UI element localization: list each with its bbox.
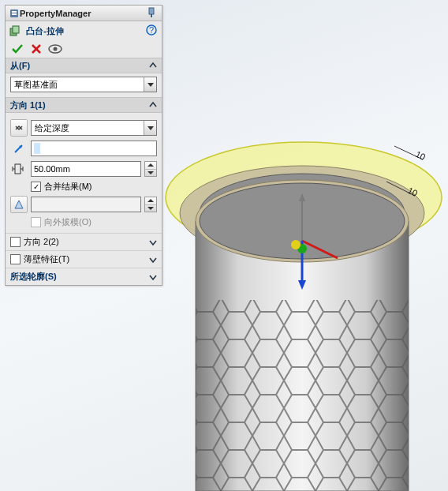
- from-section-header[interactable]: 从(F): [6, 58, 162, 73]
- confirm-row: [6, 40, 162, 58]
- depth-icon: [10, 160, 28, 178]
- spin-down-icon[interactable]: [145, 205, 156, 212]
- start-condition-combo[interactable]: 草图基准面: [10, 77, 157, 92]
- start-condition-value: 草图基准面: [11, 79, 144, 91]
- depth-value: 50.00mm: [34, 164, 70, 174]
- model-preview: 10 10: [158, 118, 448, 491]
- direction1-section-header[interactable]: 方向 1(1): [6, 97, 162, 113]
- direction2-checkbox[interactable]: [10, 237, 21, 247]
- direction-vector-value: [34, 143, 40, 154]
- direction1-title: 方向 1(1): [10, 99, 46, 111]
- svg-point-14: [291, 240, 301, 249]
- chevron-up-icon: [149, 101, 157, 109]
- from-section-body: 草图基准面: [6, 73, 162, 97]
- panel-title: PropertyManager: [20, 9, 146, 18]
- thin-checkbox[interactable]: [10, 254, 21, 264]
- svg-text:?: ?: [149, 25, 154, 35]
- chevron-up-icon: [149, 62, 157, 69]
- pin-icon[interactable]: [146, 7, 159, 20]
- help-icon[interactable]: ?: [146, 24, 159, 37]
- depth-spinner[interactable]: [144, 161, 157, 177]
- draft-angle-input[interactable]: [31, 197, 141, 212]
- direction2-section[interactable]: 方向 2(2): [6, 233, 162, 250]
- draft-button[interactable]: [10, 196, 28, 213]
- svg-marker-37: [15, 201, 23, 208]
- svg-rect-21: [12, 13, 17, 15]
- svg-rect-22: [149, 8, 154, 14]
- svg-rect-34: [15, 164, 21, 174]
- draft-outward-row: 向外拔模(O): [10, 216, 157, 228]
- property-manager-panel: PropertyManager 凸台-拉伸 ? 从(F): [5, 5, 162, 286]
- direction1-section-body: 给定深度 50.00mm: [6, 113, 162, 233]
- merge-checkbox[interactable]: [31, 182, 41, 192]
- svg-rect-20: [12, 11, 17, 13]
- thin-title: 薄壁特征(T): [24, 253, 69, 265]
- svg-rect-25: [13, 26, 19, 33]
- chevron-down-icon: [149, 238, 157, 246]
- draft-outward-label: 向外拔模(O): [44, 216, 91, 228]
- panel-menu-icon: [9, 8, 20, 19]
- end-condition-combo[interactable]: 给定深度: [31, 120, 157, 136]
- direction-vector-field[interactable]: [31, 141, 157, 156]
- chevron-down-icon: [144, 77, 156, 92]
- draft-outward-checkbox: [31, 217, 41, 227]
- ok-button[interactable]: [10, 42, 24, 56]
- feature-header: 凸台-拉伸 ?: [6, 21, 162, 40]
- cancel-button[interactable]: [29, 42, 43, 56]
- end-condition-value: 给定深度: [32, 122, 144, 134]
- thin-feature-section[interactable]: 薄壁特征(T): [6, 250, 162, 268]
- spin-up-icon[interactable]: [145, 197, 156, 205]
- chevron-down-icon: [149, 256, 157, 264]
- spin-up-icon[interactable]: [145, 162, 156, 170]
- direction2-title: 方向 2(2): [24, 236, 59, 248]
- selected-contours-section[interactable]: 所选轮廓(S): [6, 268, 162, 285]
- merge-result-row[interactable]: 合并结果(M): [10, 181, 157, 193]
- chevron-down-icon: [144, 121, 156, 135]
- panel-titlebar: PropertyManager: [6, 6, 162, 21]
- svg-rect-6: [196, 300, 409, 491]
- merge-label: 合并结果(M): [44, 181, 92, 193]
- reverse-direction-button[interactable]: [10, 119, 28, 137]
- svg-point-31: [54, 47, 58, 51]
- selected-contours-title: 所选轮廓(S): [10, 271, 57, 283]
- feature-title: 凸台-拉伸: [26, 25, 146, 37]
- draft-spinner[interactable]: [144, 197, 157, 212]
- from-title: 从(F): [10, 60, 30, 72]
- depth-input[interactable]: 50.00mm: [31, 161, 141, 177]
- boss-extrude-icon: [9, 24, 23, 38]
- spin-down-icon[interactable]: [145, 170, 156, 177]
- chevron-down-icon: [149, 273, 157, 281]
- preview-icon[interactable]: [48, 42, 62, 56]
- direction-vector-icon[interactable]: [10, 140, 28, 157]
- svg-text:10: 10: [414, 149, 427, 162]
